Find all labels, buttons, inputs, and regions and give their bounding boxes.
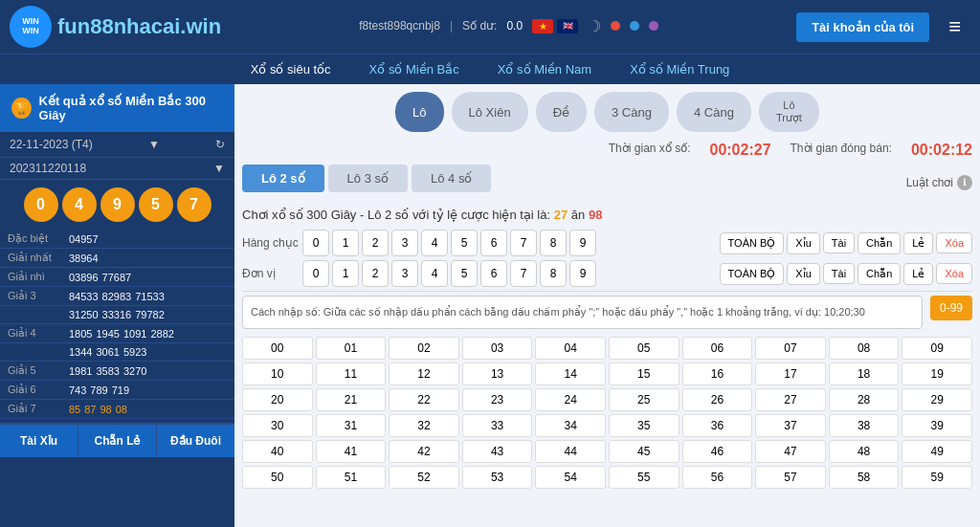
pick-54[interactable]: 54: [535, 466, 606, 489]
pick-35[interactable]: 35: [609, 414, 679, 437]
pick-26[interactable]: 26: [682, 388, 753, 411]
hc-1[interactable]: 1: [332, 230, 359, 256]
range-button[interactable]: 0-99: [930, 296, 972, 320]
pick-47[interactable]: 47: [755, 440, 826, 463]
dv-le[interactable]: Lẻ: [903, 263, 933, 285]
pick-59[interactable]: 59: [902, 466, 972, 489]
subtab-lo4[interactable]: Lô 4 số: [412, 165, 491, 192]
dv-toan-bo[interactable]: TOÀN BỘ: [720, 263, 785, 285]
hc-2[interactable]: 2: [362, 230, 389, 256]
nav-mien-nam[interactable]: Xổ số Miền Nam: [498, 62, 591, 77]
hc-xiu[interactable]: Xỉu: [787, 232, 819, 254]
pick-15[interactable]: 15: [609, 362, 679, 385]
pick-49[interactable]: 49: [902, 440, 972, 463]
tab-lo-xien[interactable]: Lô Xiên: [452, 92, 528, 132]
pick-22[interactable]: 22: [389, 388, 459, 411]
pick-58[interactable]: 58: [829, 466, 900, 489]
pick-56[interactable]: 56: [682, 466, 753, 489]
hc-chan[interactable]: Chẵn: [858, 232, 901, 254]
dv-chan[interactable]: Chẵn: [858, 263, 901, 285]
pick-41[interactable]: 41: [316, 440, 387, 463]
dau-duoi-button[interactable]: Đầu Đuôi: [157, 425, 234, 457]
pick-38[interactable]: 38: [829, 414, 900, 437]
pick-42[interactable]: 42: [389, 440, 459, 463]
refresh-icon[interactable]: ↻: [215, 138, 225, 151]
dv-xiu[interactable]: Xỉu: [787, 263, 819, 285]
hc-5[interactable]: 5: [451, 230, 478, 256]
pick-18[interactable]: 18: [829, 362, 900, 385]
hc-7[interactable]: 7: [510, 230, 537, 256]
pick-11[interactable]: 11: [316, 362, 387, 385]
pick-21[interactable]: 21: [316, 388, 387, 411]
pick-51[interactable]: 51: [316, 466, 387, 489]
pick-09[interactable]: 09: [902, 337, 972, 360]
pick-37[interactable]: 37: [755, 414, 826, 437]
pick-33[interactable]: 33: [462, 414, 533, 437]
hc-3[interactable]: 3: [391, 230, 418, 256]
dv-xoa[interactable]: Xóa: [936, 263, 972, 284]
pick-02[interactable]: 02: [389, 337, 459, 360]
pick-55[interactable]: 55: [609, 466, 679, 489]
hc-le[interactable]: Lẻ: [903, 232, 933, 254]
pick-13[interactable]: 13: [462, 362, 533, 385]
chan-le-button[interactable]: Chẵn Lẻ: [78, 425, 157, 457]
tab-lo-truot[interactable]: Lô Trượt: [759, 92, 819, 132]
pick-08[interactable]: 08: [829, 337, 900, 360]
pick-06[interactable]: 06: [682, 337, 753, 360]
pick-34[interactable]: 34: [535, 414, 606, 437]
menu-button[interactable]: ≡: [939, 9, 970, 45]
pick-04[interactable]: 04: [535, 337, 606, 360]
pick-32[interactable]: 32: [389, 414, 459, 437]
pick-40[interactable]: 40: [242, 440, 313, 463]
pick-01[interactable]: 01: [316, 337, 387, 360]
pick-16[interactable]: 16: [682, 362, 753, 385]
dv-0[interactable]: 0: [302, 260, 329, 287]
hc-tai[interactable]: Tài: [823, 232, 855, 253]
dv-9[interactable]: 9: [569, 260, 596, 287]
hc-toan-bo[interactable]: TOÀN BỘ: [720, 232, 785, 254]
pick-00[interactable]: 00: [242, 337, 313, 360]
subtab-lo3[interactable]: Lô 3 số: [328, 165, 408, 192]
dv-1[interactable]: 1: [332, 260, 359, 287]
account-button[interactable]: Tài khoản của tôi: [796, 12, 929, 42]
pick-43[interactable]: 43: [462, 440, 533, 463]
pick-07[interactable]: 07: [755, 337, 826, 360]
pick-29[interactable]: 29: [902, 388, 972, 411]
pick-53[interactable]: 53: [462, 466, 533, 489]
pick-44[interactable]: 44: [535, 440, 606, 463]
pick-31[interactable]: 31: [316, 414, 387, 437]
pick-05[interactable]: 05: [609, 337, 679, 360]
code-arrow[interactable]: ▼: [213, 162, 225, 175]
dv-4[interactable]: 4: [421, 260, 448, 287]
nav-mien-bac[interactable]: Xổ số Miền Bắc: [369, 62, 459, 77]
tab-4-cang[interactable]: 4 Càng: [677, 92, 751, 132]
dv-2[interactable]: 2: [362, 260, 389, 287]
pick-36[interactable]: 36: [682, 414, 753, 437]
pick-50[interactable]: 50: [242, 466, 313, 489]
pick-12[interactable]: 12: [389, 362, 459, 385]
flag-english[interactable]: 🇬🇧: [557, 19, 578, 33]
nav-mien-trung[interactable]: Xổ số Miền Trung: [630, 62, 729, 77]
pick-24[interactable]: 24: [535, 388, 606, 411]
pick-25[interactable]: 25: [609, 388, 679, 411]
pick-30[interactable]: 30: [242, 414, 313, 437]
pick-48[interactable]: 48: [829, 440, 900, 463]
moon-icon[interactable]: ☽: [588, 17, 601, 35]
pick-57[interactable]: 57: [755, 466, 826, 489]
subtab-lo2[interactable]: Lô 2 số: [242, 165, 324, 192]
flag-vietnam[interactable]: ★: [532, 19, 553, 33]
dv-3[interactable]: 3: [391, 260, 418, 287]
luat-choi[interactable]: Luật chơi ℹ: [906, 175, 972, 190]
dv-8[interactable]: 8: [540, 260, 567, 287]
tab-de[interactable]: Đề: [536, 92, 587, 132]
hc-0[interactable]: 0: [302, 230, 329, 256]
dv-6[interactable]: 6: [480, 260, 507, 287]
date-arrow[interactable]: ▼: [148, 138, 160, 151]
pick-52[interactable]: 52: [389, 466, 459, 489]
pick-28[interactable]: 28: [829, 388, 900, 411]
pick-19[interactable]: 19: [902, 362, 972, 385]
pick-39[interactable]: 39: [902, 414, 972, 437]
pick-20[interactable]: 20: [242, 388, 313, 411]
hc-8[interactable]: 8: [540, 230, 567, 256]
tai-xiu-button[interactable]: Tài Xỉu: [0, 425, 78, 457]
